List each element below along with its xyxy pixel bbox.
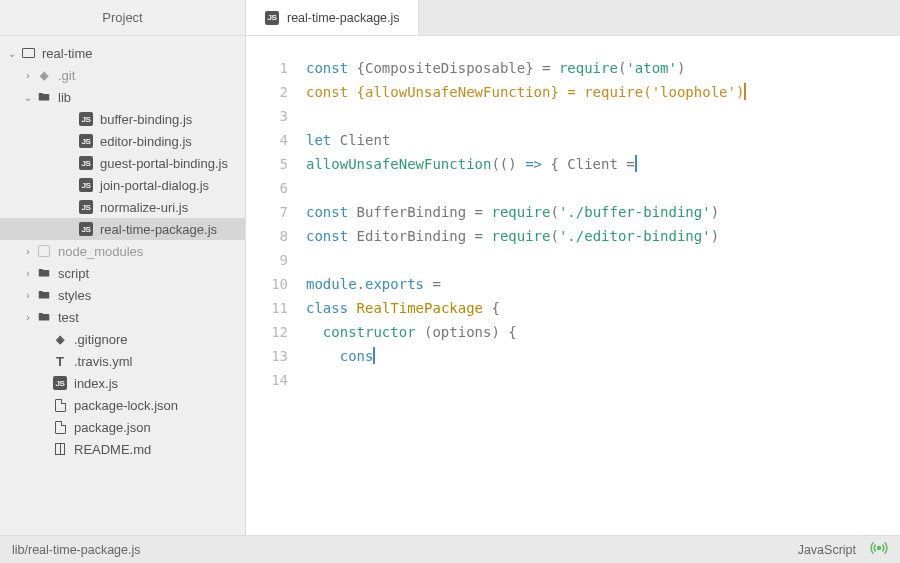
line-number: 9 <box>246 248 288 272</box>
tree-file[interactable]: ·JSeditor-binding.js <box>0 130 245 152</box>
chevron-right-icon[interactable]: › <box>22 312 34 323</box>
chevron-down-icon[interactable]: ⌄ <box>22 92 34 103</box>
chevron-down-icon[interactable]: ⌄ <box>6 48 18 59</box>
tree-item-label: .gitignore <box>74 332 127 347</box>
tree-item-label: package-lock.json <box>74 398 178 413</box>
tree-folder[interactable]: ›◈.git <box>0 64 245 86</box>
tab-label: real-time-package.js <box>287 11 400 25</box>
code-editor[interactable]: 1234567891011121314 const {CompositeDisp… <box>246 36 900 535</box>
broadcast-icon[interactable] <box>870 539 888 560</box>
folder-icon <box>36 265 52 281</box>
chevron-right-icon[interactable]: › <box>22 290 34 301</box>
line-number: 6 <box>246 176 288 200</box>
git-icon: ◈ <box>36 67 52 83</box>
code-line[interactable] <box>306 248 900 272</box>
code-line[interactable] <box>306 176 900 200</box>
tree-folder[interactable]: ›styles <box>0 284 245 306</box>
line-number: 11 <box>246 296 288 320</box>
tree-item-label: .travis.yml <box>74 354 133 369</box>
line-number: 10 <box>246 272 288 296</box>
folder-icon <box>36 287 52 303</box>
line-number: 3 <box>246 104 288 128</box>
code-line[interactable]: const EditorBinding = require('./editor-… <box>306 224 900 248</box>
tree-item-label: script <box>58 266 89 281</box>
editor-area: JS real-time-package.js 1234567891011121… <box>245 0 900 535</box>
js-file-icon: JS <box>78 133 94 149</box>
folder-icon <box>36 89 52 105</box>
line-number: 1 <box>246 56 288 80</box>
tree-folder[interactable]: ›test <box>0 306 245 328</box>
tree-item-label: editor-binding.js <box>100 134 192 149</box>
code-line[interactable]: let Client <box>306 128 900 152</box>
status-bar: lib/real-time-package.js JavaScript <box>0 535 900 563</box>
code-line[interactable]: module.exports = <box>306 272 900 296</box>
tree-file[interactable]: ·JSjoin-portal-dialog.js <box>0 174 245 196</box>
tree-file[interactable]: ·◈.gitignore <box>0 328 245 350</box>
status-language[interactable]: JavaScript <box>798 543 856 557</box>
tree-file[interactable]: ·package.json <box>0 416 245 438</box>
tree-item-label: README.md <box>74 442 151 457</box>
js-file-icon: JS <box>78 221 94 237</box>
chevron-right-icon[interactable]: › <box>22 70 34 81</box>
code-line[interactable]: const BufferBinding = require('./buffer-… <box>306 200 900 224</box>
tree-folder[interactable]: ›script <box>0 262 245 284</box>
code-lines[interactable]: const {CompositeDisposable} = require('a… <box>306 56 900 535</box>
tree-item-label: guest-portal-binding.js <box>100 156 228 171</box>
chevron-right-icon[interactable]: › <box>22 268 34 279</box>
tree-file[interactable]: ·JSnormalize-uri.js <box>0 196 245 218</box>
tree-item-label: test <box>58 310 79 325</box>
code-line[interactable]: constructor (options) { <box>306 320 900 344</box>
tree-item-label: index.js <box>74 376 118 391</box>
code-line[interactable]: allowUnsafeNewFunction(() => { Client = <box>306 152 900 176</box>
tree-item-label: node_modules <box>58 244 143 259</box>
git-icon: ◈ <box>52 331 68 347</box>
tab-bar[interactable]: JS real-time-package.js <box>246 0 900 36</box>
code-line[interactable]: const {CompositeDisposable} = require('a… <box>306 56 900 80</box>
tree-item-label: join-portal-dialog.js <box>100 178 209 193</box>
travis-file-icon: T <box>52 353 68 369</box>
tree-file[interactable]: ·README.md <box>0 438 245 460</box>
tree-file[interactable]: ·T.travis.yml <box>0 350 245 372</box>
chevron-right-icon[interactable]: › <box>22 246 34 257</box>
cursor <box>744 83 746 100</box>
code-line[interactable]: cons <box>306 344 900 368</box>
tree-file[interactable]: ·JSindex.js <box>0 372 245 394</box>
js-file-icon: JS <box>78 199 94 215</box>
project-sidebar: Project ⌄real-time›◈.git⌄lib·JSbuffer-bi… <box>0 0 245 535</box>
code-line[interactable] <box>306 104 900 128</box>
tree-folder[interactable]: ›node_modules <box>0 240 245 262</box>
js-file-icon: JS <box>78 111 94 127</box>
tree-file[interactable]: ·JSguest-portal-binding.js <box>0 152 245 174</box>
tree-file[interactable]: ·package-lock.json <box>0 394 245 416</box>
tree-item-label: normalize-uri.js <box>100 200 188 215</box>
tree-item-label: lib <box>58 90 71 105</box>
tree-item-label: real-time-package.js <box>100 222 217 237</box>
line-number: 8 <box>246 224 288 248</box>
tree-item-label: .git <box>58 68 75 83</box>
line-gutter: 1234567891011121314 <box>246 56 306 535</box>
status-path: lib/real-time-package.js <box>12 543 141 557</box>
line-number: 5 <box>246 152 288 176</box>
tree-file[interactable]: ·JSbuffer-binding.js <box>0 108 245 130</box>
js-file-icon: JS <box>78 177 94 193</box>
js-file-icon: JS <box>78 155 94 171</box>
json-file-icon <box>52 397 68 413</box>
line-number: 14 <box>246 368 288 392</box>
line-number: 7 <box>246 200 288 224</box>
code-line[interactable] <box>306 368 900 392</box>
cursor <box>373 347 375 364</box>
code-line[interactable]: const {allowUnsafeNewFunction} = require… <box>306 80 900 104</box>
tree-file[interactable]: ·JSreal-time-package.js <box>0 218 245 240</box>
tree-item-label: real-time <box>42 46 93 61</box>
tree-folder[interactable]: ⌄real-time <box>0 42 245 64</box>
svg-point-0 <box>878 547 881 550</box>
json-file-icon <box>52 419 68 435</box>
tree-item-label: package.json <box>74 420 151 435</box>
folder-icon <box>36 309 52 325</box>
code-line[interactable]: class RealTimePackage { <box>306 296 900 320</box>
tree-folder[interactable]: ⌄lib <box>0 86 245 108</box>
tab-active[interactable]: JS real-time-package.js <box>246 0 419 35</box>
project-root-icon <box>20 45 36 61</box>
tree-item-label: buffer-binding.js <box>100 112 192 127</box>
file-tree[interactable]: ⌄real-time›◈.git⌄lib·JSbuffer-binding.js… <box>0 36 245 535</box>
